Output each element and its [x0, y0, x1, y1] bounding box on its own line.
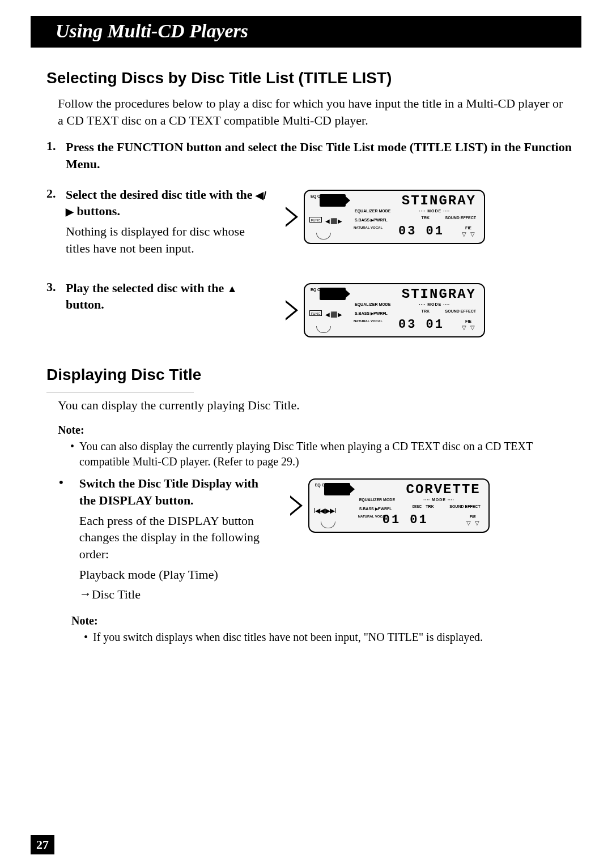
- lcd-panel: EQ CURVE STINGRAY EQUALIZER MODE ···· MO…: [304, 190, 485, 244]
- note-1-label: Note:: [58, 424, 576, 437]
- lcd-mode-label: ···· MODE ····: [423, 498, 454, 502]
- lcd-equalizer-mode-label: EQUALIZER MODE: [355, 209, 390, 213]
- lcd-fie-label: FIE: [470, 515, 476, 519]
- pointer-icon: [286, 207, 298, 227]
- lcd-sound-effect-label: SOUND EFFECT: [445, 216, 476, 220]
- page-number: 27: [31, 835, 54, 854]
- section-banner: Using Multi-CD Players: [31, 16, 581, 48]
- up-button-icon: ▲: [227, 283, 237, 294]
- lcd-natural-vocal-label: NATURAL VOCAL: [354, 319, 382, 323]
- note-1-text: You can also display the currently playi…: [70, 439, 576, 469]
- lcd-panel: EQ CURVE CORVETTE EQUALIZER MODE ···· MO…: [308, 478, 490, 533]
- lcd-arrows-icon: ◀ ⬛ ▶: [325, 218, 342, 224]
- lcd-smile-icon: [316, 233, 331, 240]
- intro-paragraph: Follow the procedures below to play a di…: [58, 95, 568, 129]
- lcd-sbass-label: S.BASS ▶PWRFL: [359, 507, 392, 511]
- pointer-icon: [290, 495, 303, 516]
- lcd-smile-icon: [321, 521, 335, 528]
- lcd-trk-label: TRK: [422, 309, 430, 313]
- lcd-digits: 03 01: [398, 224, 444, 238]
- bullet-marker: •: [59, 475, 63, 490]
- lcd-illustration-3: EQ CURVE CORVETTE EQUALIZER MODE ···· MO…: [290, 478, 490, 533]
- arrow-right-icon: →: [79, 585, 92, 602]
- bullet-step-body-2: Playback mode (Play Time): [79, 566, 272, 583]
- pointer-icon: [286, 300, 298, 320]
- step-2: Select the desired disc title with the ◀…: [46, 186, 576, 257]
- lcd-sbass-label: S.BASS ▶PWRFL: [355, 311, 388, 316]
- heading-underline: [46, 392, 194, 392]
- lcd-fie-icons: ▽ ▽: [462, 231, 476, 237]
- lcd-func-label: FUNC: [309, 310, 322, 316]
- step-3-title: Play the selected disc with the ▲ button…: [66, 280, 270, 313]
- lcd-digits: 03 01: [398, 318, 444, 332]
- step-1: Press the FUNCTION button and select the…: [46, 139, 576, 172]
- bullet-step-title: Switch the Disc Title Display with the D…: [79, 475, 272, 508]
- note-2-text: If you switch displays when disc titles …: [84, 630, 576, 645]
- lcd-mode-label: ···· MODE ····: [419, 209, 450, 213]
- lcd-fie-icons: ▽ ▽: [466, 520, 481, 526]
- note-2-label: Note:: [71, 614, 576, 627]
- heading-title-list: Selecting Discs by Disc Title List (TITL…: [46, 69, 576, 87]
- lcd-eq-graphic: [320, 194, 346, 207]
- lcd-trk-label: TRK: [426, 504, 434, 508]
- lcd-equalizer-mode-label: EQUALIZER MODE: [355, 302, 390, 306]
- bullet-step-body-1: Each press of the DISPLAY button changes…: [79, 512, 272, 563]
- lcd-eq-graphic: [324, 483, 350, 495]
- lcd-title-text: CORVETTE: [406, 482, 480, 497]
- lcd-title-text: STINGRAY: [402, 193, 476, 208]
- heading-displaying-disc-title: Displaying Disc Title: [46, 366, 576, 384]
- lcd-title-text: STINGRAY: [402, 287, 476, 302]
- lcd-fie-label: FIE: [465, 319, 471, 323]
- step-3: Play the selected disc with the ▲ button…: [46, 280, 576, 337]
- lcd-fie-icons: ▽ ▽: [462, 324, 476, 331]
- lcd-digits: 01 01: [382, 513, 428, 527]
- lcd-fie-label: FIE: [465, 226, 471, 230]
- lcd-func-label: FUNC: [309, 217, 322, 223]
- lcd-equalizer-mode-label: EQUALIZER MODE: [359, 498, 395, 502]
- lcd-sbass-label: S.BASS ▶PWRFL: [355, 218, 388, 223]
- lcd-mode-label: ···· MODE ····: [419, 302, 450, 306]
- lcd-trk-label: TRK: [422, 216, 430, 220]
- lcd-illustration-2: EQ CURVE STINGRAY EQUALIZER MODE ···· MO…: [286, 283, 485, 337]
- lcd-sound-effect-label: SOUND EFFECT: [445, 309, 476, 313]
- step-2-body: Nothing is displayed for disc whose titl…: [66, 223, 270, 256]
- lcd-panel: EQ CURVE STINGRAY EQUALIZER MODE ···· MO…: [304, 283, 485, 337]
- section2-intro: You can display the currently playing Di…: [58, 397, 568, 414]
- lcd-disc-label: DISC: [413, 504, 422, 508]
- step-1-text: Press the FUNCTION button and select the…: [66, 139, 576, 172]
- bullet-step-body-3: → Disc Title: [79, 586, 272, 603]
- lcd-illustration-1: EQ CURVE STINGRAY EQUALIZER MODE ···· MO…: [286, 190, 485, 244]
- lcd-play-icons: I◀◀ ▶▶I: [314, 507, 336, 515]
- lcd-natural-vocal-label: NATURAL VOCAL: [354, 226, 382, 229]
- step-2-title: Select the desired disc title with the ◀…: [66, 186, 270, 220]
- lcd-smile-icon: [316, 326, 331, 333]
- lcd-arrows-icon: ◀ ⬛ ▶: [325, 311, 342, 318]
- lcd-eq-graphic: [320, 288, 346, 300]
- lcd-sound-effect-label: SOUND EFFECT: [449, 504, 480, 508]
